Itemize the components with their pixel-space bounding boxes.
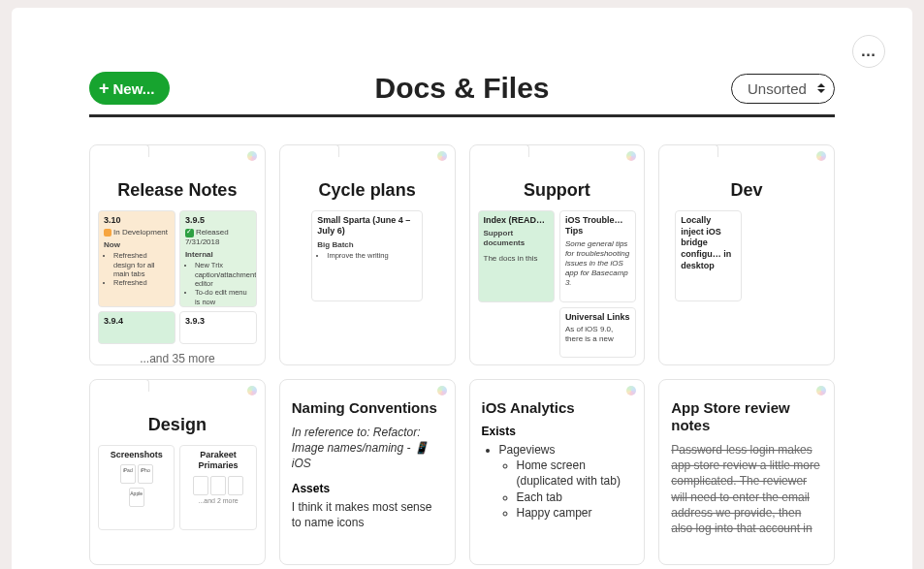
folder-title: Cycle plans xyxy=(288,180,447,201)
thumb-title: Small Sparta (June 4 – July 6) xyxy=(317,215,417,237)
nested-thumb: iPad xyxy=(120,464,136,484)
thumb-sub: Support documents xyxy=(484,229,549,248)
doc-app-store-review[interactable]: App Store review notes Password-less log… xyxy=(658,379,835,565)
thumb-sub: Now xyxy=(104,240,170,250)
sort-select-wrap: Unsorted xyxy=(731,74,835,104)
ellipsis-icon: … xyxy=(861,43,877,60)
nested-thumb: Apple xyxy=(129,488,144,507)
doc-title: App Store review notes xyxy=(671,399,822,434)
thumb-title: 3.9.4 xyxy=(104,316,170,327)
doc-thumb: 3.9.5 Released 7/31/2018 Internal New Tr… xyxy=(179,210,257,307)
doc-heading: Exists xyxy=(482,425,633,438)
and-more-label: ...and 35 more xyxy=(98,352,257,365)
color-dot-icon xyxy=(247,151,257,161)
folder-thumb-screenshots: Screenshots iPad iPho Apple xyxy=(98,445,175,530)
thumb-sub: Internal xyxy=(185,250,251,260)
folder-support[interactable]: Support Index (READ… Support documents T… xyxy=(469,144,646,365)
thumb-bullet: To-do edit menu is now xyxy=(195,288,251,306)
thumb-bullet: Improve the writing xyxy=(327,251,417,260)
thumb-title: 3.9.3 xyxy=(185,316,251,327)
doc-thumb: 3.9.3 xyxy=(179,311,257,344)
thumb-body: As of iOS 9.0, there is a new xyxy=(565,325,630,344)
and-more-small: ...and 2 more xyxy=(185,497,250,506)
thumb-body: Some general tips for troubleshooting is… xyxy=(565,239,630,288)
folder-release-notes[interactable]: Release Notes 3.10 In Development Now Re… xyxy=(89,144,266,365)
nested-thumb xyxy=(228,476,243,495)
doc-thumb: Locally inject iOS bridge configu… in de… xyxy=(675,210,742,301)
doc-title: Naming Conventions xyxy=(292,399,443,417)
doc-paragraph: I think it makes most sense to name icon… xyxy=(292,499,443,530)
header-divider xyxy=(89,114,835,117)
folder-title: Support xyxy=(478,180,637,201)
thumb-title: iOS Trouble… Tips xyxy=(565,215,630,237)
color-dot-icon xyxy=(437,386,447,395)
doc-thumb: 3.9.4 xyxy=(98,311,175,344)
folder-design[interactable]: Design Screenshots iPad iPho Apple Parak xyxy=(89,379,266,565)
cards-grid: Release Notes 3.10 In Development Now Re… xyxy=(89,144,835,565)
thumb-title: Locally inject iOS bridge configu… in de… xyxy=(681,215,736,271)
thumb-bullet: Refreshed xyxy=(113,278,170,287)
list-item: Each tab xyxy=(517,490,633,505)
thumb-bullet: New Trix caption/attachment editor xyxy=(195,261,251,288)
color-dot-icon xyxy=(816,386,826,395)
doc-list: Pageviews Home screen (duplicated with t… xyxy=(482,442,633,521)
thumb-title: 3.10 xyxy=(104,215,170,226)
color-dot-icon xyxy=(816,151,826,161)
doc-thumb: 3.10 In Development Now Refreshed design… xyxy=(98,210,175,307)
color-dot-icon xyxy=(247,386,257,395)
folder-title: Dev xyxy=(667,180,826,201)
doc-thumb: iOS Trouble… Tips Some general tips for … xyxy=(559,210,636,302)
nested-thumb: iPho xyxy=(138,464,153,484)
new-button[interactable]: + New... xyxy=(89,72,170,105)
folder-tab-icon xyxy=(89,144,149,157)
folder-tab-icon xyxy=(89,379,149,392)
check-icon xyxy=(185,229,194,237)
page-header: + New... Docs & Files Unsorted xyxy=(89,72,835,105)
nested-thumb xyxy=(193,476,208,495)
list-item: Home screen (duplicated with tab) xyxy=(517,458,633,489)
more-options-button[interactable]: … xyxy=(852,35,885,68)
new-button-label: New... xyxy=(113,80,155,97)
thumb-status: In Development xyxy=(113,228,168,237)
folder-title: Design xyxy=(98,415,257,435)
thumb-body: The docs in this xyxy=(484,254,549,264)
doc-heading: Assets xyxy=(292,482,443,495)
folder-dev[interactable]: Dev Locally inject iOS bridge configu… i… xyxy=(658,144,835,365)
doc-title: iOS Analytics xyxy=(482,399,633,417)
folder-tab-icon xyxy=(658,144,718,157)
folder-title: Release Notes xyxy=(98,180,257,201)
color-dot-icon xyxy=(437,151,447,161)
color-dot-icon xyxy=(626,151,636,161)
doc-thumb: Index (READ… Support documents The docs … xyxy=(478,210,555,302)
thumb-title: Parakeet Primaries xyxy=(185,450,250,472)
folder-tab-icon xyxy=(279,144,339,157)
doc-thumb: Small Sparta (June 4 – July 6) Big Batch… xyxy=(311,210,423,301)
list-item: Pageviews xyxy=(499,442,633,458)
folder-thumb-parakeet: Parakeet Primaries ...and 2 more xyxy=(179,445,256,530)
folder-tab-icon xyxy=(469,144,529,157)
folder-cycle-plans[interactable]: Cycle plans Small Sparta (June 4 – July … xyxy=(279,144,456,365)
sort-select[interactable]: Unsorted xyxy=(731,74,835,104)
doc-thumb: Universal Links As of iOS 9.0, there is … xyxy=(559,307,636,358)
nested-thumb xyxy=(210,476,226,495)
doc-naming-conventions[interactable]: Naming Conventions In reference to: Refa… xyxy=(279,379,456,565)
doc-reference: In reference to: Refactor: Image names/n… xyxy=(292,425,443,472)
doc-ios-analytics[interactable]: iOS Analytics Exists Pageviews Home scre… xyxy=(469,379,646,565)
doc-paragraph-strikethrough: Password-less login makes app store revi… xyxy=(671,442,822,536)
thumb-sub: Big Batch xyxy=(317,240,417,250)
page-title: Docs & Files xyxy=(374,72,549,105)
list-item: Happy camper xyxy=(517,505,633,521)
color-dot-icon xyxy=(626,386,636,395)
thumb-bullet: Refreshed design for all main tabs xyxy=(113,251,170,278)
plus-icon: + xyxy=(99,79,110,97)
thumb-title: 3.9.5 xyxy=(185,215,251,226)
status-dot-icon xyxy=(104,229,112,237)
thumb-title: Universal Links xyxy=(565,312,630,323)
thumb-title: Index (READ… xyxy=(484,215,549,226)
thumb-title: Screenshots xyxy=(104,450,169,460)
